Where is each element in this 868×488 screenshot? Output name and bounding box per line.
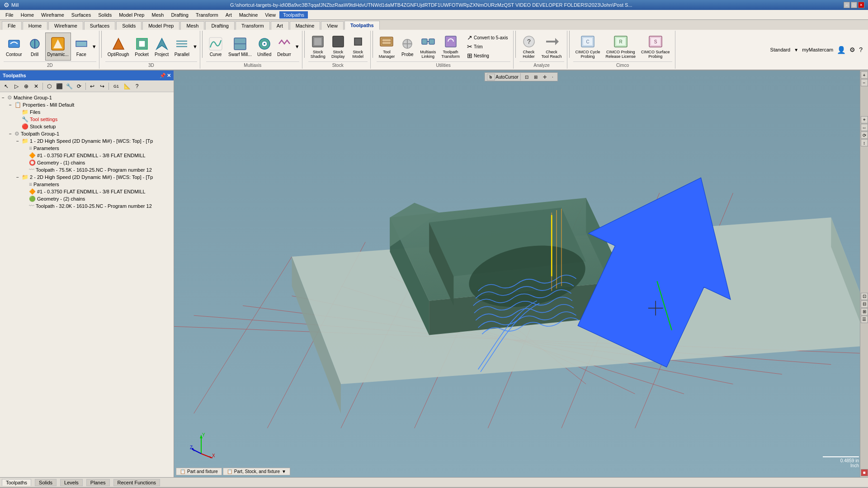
tree-item[interactable]: ⭕ Geometry - (1) chains [2,159,172,166]
deburr-button[interactable]: Deburr [275,33,294,61]
measure-btn[interactable]: 📐 [123,82,132,91]
tool-manager-button[interactable]: ToolManager [377,33,397,61]
menu-item-home[interactable]: Home [17,11,38,19]
tree-item[interactable]: − ⚙ Machine Group-1 [2,94,172,101]
view-btn-red[interactable]: ■ [861,469,868,476]
user-icon[interactable]: 👤 [837,46,846,54]
part-stock-dropdown[interactable]: ▼ [282,469,286,474]
tree-item[interactable]: 🔶 #1 - 0.3750 FLAT ENDMILL - 3/8 FLAT EN… [2,188,172,195]
tree-item[interactable]: − 📁 2 - 2D High Speed (2D Dynamic Mi#) -… [2,174,172,181]
panel-pin-icon[interactable]: 📌 [160,73,166,79]
stock-shading-button[interactable]: StockShading [308,33,328,61]
2d-expand-arrow[interactable]: ▼ [92,44,96,49]
menu-item-view[interactable]: View [261,11,279,19]
settings-icon[interactable]: ⚙ [849,46,855,53]
menu-item-surfaces[interactable]: Surfaces [68,11,94,19]
tree-item[interactable]: 🔴 Stock setup [2,123,172,130]
view-btn-10[interactable]: ☰ [861,316,868,323]
tree-item[interactable]: ≡ Parameters [2,145,172,152]
menu-item-file[interactable]: File [2,11,17,19]
swarf-mill-button[interactable]: Swarf Mill... [226,33,254,61]
view-btn-3[interactable]: ⌖ [861,116,868,123]
ribbon-tab-art[interactable]: Art [271,21,289,30]
stock-display-button[interactable]: StockDisplay [329,33,348,61]
part-stock-fixture-tab[interactable]: 📋 Part, Stock, and fixture ▼ [223,468,290,475]
multiaxis-linking-button[interactable]: MultiaxisLinking [418,33,438,61]
refresh-btn[interactable]: ⟳ [75,82,84,91]
stock-model-button[interactable]: StockModel [349,33,368,61]
part-fixture-tab[interactable]: 📋 Part and fixture [176,468,222,475]
ribbon-tab-machine[interactable]: Machine [290,21,321,30]
menu-item-toolpaths[interactable]: Toolpaths [279,11,308,19]
menu-item-solids[interactable]: Solids [94,11,115,19]
view-btn-9[interactable]: ⊞ [861,308,868,315]
ribbon-tab-drafting[interactable]: Drafting [205,21,235,30]
tree-item[interactable]: 🔧 Tool settings [2,116,172,123]
ribbon-tab-mesh[interactable]: Mesh [180,21,204,30]
minimize-button[interactable]: − [844,2,850,8]
toolpath-icon-btn[interactable]: ⬡ [45,82,54,91]
add-btn[interactable]: ⊕ [22,82,31,91]
menu-item-transform[interactable]: Transform [192,11,222,19]
menu-item-art[interactable]: Art [222,11,236,19]
dropdown-arrow[interactable]: ▼ [794,47,798,52]
tree-item[interactable]: 〰 Toolpath - 32.0K - 1610-25.NC - Progra… [2,202,172,210]
view-btn-4[interactable]: ↔ [861,124,868,131]
cimco-surface-probing-button[interactable]: S CIMCO SurfaceProbing [639,33,672,61]
toolpath-transform-button[interactable]: ToolpathTransform [439,33,462,61]
bottom-tab-toolpaths[interactable]: Toolpaths [2,479,31,486]
vp-snap-btn[interactable]: ⊡ [523,74,531,80]
tree-item[interactable]: 🔶 #1 - 0.3750 FLAT ENDMILL - 3/8 FLAT EN… [2,152,172,159]
menu-item-mesh[interactable]: Mesh [148,11,167,19]
ribbon-tab-surfaces[interactable]: Surfaces [84,21,115,30]
ribbon-tab-solids[interactable]: Solids [116,21,142,30]
view-btn-8[interactable]: ⊟ [861,300,868,308]
unified-button[interactable]: Unified [255,33,274,61]
maximize-button[interactable]: □ [851,2,857,8]
view-btn-6[interactable]: ↕ [861,139,868,146]
g1-btn[interactable]: G1 [111,82,122,91]
multiaxis-expand-arrow[interactable]: ▼ [295,44,299,49]
menu-item-machine[interactable]: Machine [236,11,262,19]
autocursor-btn[interactable]: 🖱 [486,74,495,80]
menu-item-model prep[interactable]: Model Prep [115,11,148,19]
tree-item[interactable]: ≡ Parameters [2,181,172,188]
delete-btn[interactable]: ✕ [32,82,41,91]
cimco-cycle-probing-button[interactable]: C CIMCO CycleProbing [573,33,603,61]
check-holder-button[interactable]: ? CheckHolder [519,33,538,61]
optirough-button[interactable]: OptiRough [105,33,132,61]
convert-5axis-button[interactable]: ↗ Convert to 5-axis [465,33,510,42]
tree-item[interactable]: − 📋 Properties - Mill Default [2,101,172,108]
face-button[interactable]: Face [72,33,91,61]
tree-item[interactable]: − 📁 1 - 2D High Speed (2D Dynamic Mi#) -… [2,137,172,145]
help-btn[interactable]: ? [132,82,142,91]
vp-grid-btn[interactable]: ⊞ [532,74,540,80]
ribbon-tab-home[interactable]: Home [23,21,47,30]
viewport[interactable]: 🖱 AutoCursor ⊡ ⊞ ✛ · [174,70,868,477]
tree-item[interactable]: − ⚙ Toolpath Group-1 [2,130,172,137]
tree-item[interactable]: 〰 Toolpath - 75.5K - 1610-25.NC - Progra… [2,166,172,174]
project-button[interactable]: Project [152,33,171,61]
select-all-btn[interactable]: ↖ [2,82,11,91]
ribbon-tab-wireframe[interactable]: Wireframe [48,21,83,30]
nesting-button[interactable]: ⊞ Nesting [465,52,510,60]
dynamic-button[interactable]: Dynamic... [45,33,71,61]
curve-button[interactable]: Curve [206,33,225,61]
view-btn-1[interactable]: + [861,71,868,79]
tree-item[interactable]: 🟢 Geometry - (2) chains [2,195,172,202]
ribbon-tab-toolpaths[interactable]: Toolpaths [344,21,380,30]
tree-expand-11[interactable]: − [16,175,22,180]
help-icon[interactable]: ? [859,46,863,53]
settings-btn[interactable]: 🔧 [65,82,74,91]
bottom-tab-solids[interactable]: Solids [35,479,57,486]
tree-expand-5[interactable]: − [9,131,14,136]
close-button[interactable]: ✕ [858,2,864,8]
3d-expand-arrow[interactable]: ▼ [193,44,197,49]
ribbon-tab-transform[interactable]: Transform [236,21,270,30]
drill-button[interactable]: Drill [25,33,44,61]
trim-button[interactable]: ✂ Trim [465,42,510,51]
tree-expand-1[interactable]: − [9,103,14,108]
view-btn-2[interactable]: − [861,79,868,86]
panel-close-icon[interactable]: ✕ [167,73,171,79]
ribbon-tab-model-prep[interactable]: Model Prep [142,21,179,30]
